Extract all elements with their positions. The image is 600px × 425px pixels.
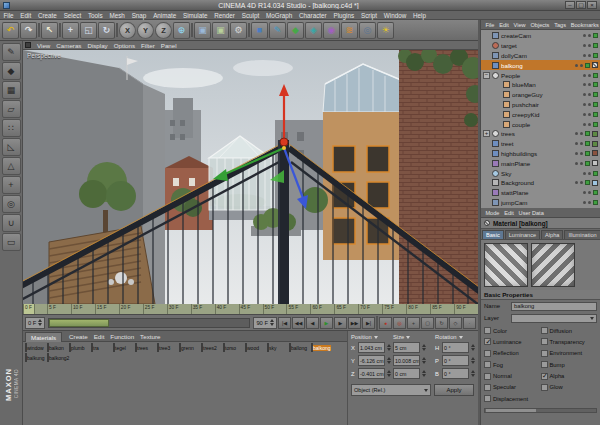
object-row[interactable]: People bbox=[481, 70, 600, 80]
object-row[interactable]: jumpCam bbox=[481, 198, 600, 208]
toolbar-separator[interactable] bbox=[59, 23, 61, 37]
menu-item[interactable]: MoGraph bbox=[263, 12, 296, 19]
coordinates-column-dropdown[interactable]: Size bbox=[393, 334, 435, 340]
material-item[interactable]: wood bbox=[245, 344, 266, 352]
channel-checkbox[interactable]: Environment bbox=[541, 349, 598, 358]
next-frame-button[interactable]: ▶ bbox=[334, 317, 347, 329]
enable-toggle[interactable] bbox=[585, 141, 590, 146]
value-spinner[interactable] bbox=[387, 370, 391, 377]
record-pla-button[interactable]: ∙ bbox=[463, 317, 476, 329]
position-field[interactable]: 1.043 cm bbox=[358, 342, 385, 353]
checkbox-icon[interactable] bbox=[484, 384, 491, 391]
menu-item[interactable]: Tools bbox=[85, 12, 106, 19]
editor-visibility-dot[interactable] bbox=[583, 113, 586, 116]
checkbox-icon[interactable] bbox=[541, 327, 548, 334]
channel-checkbox[interactable]: Fog bbox=[484, 360, 541, 369]
editor-visibility-dot[interactable] bbox=[583, 44, 586, 47]
record-scale-button[interactable]: ▢ bbox=[421, 317, 434, 329]
object-row[interactable]: couple bbox=[481, 119, 600, 129]
object-manager-menu-item[interactable]: File bbox=[483, 22, 497, 28]
channel-checkbox[interactable]: Glow bbox=[541, 383, 598, 392]
current-frame-field[interactable]: 0 F bbox=[25, 317, 45, 329]
viewport-menu-item[interactable]: Panel bbox=[158, 42, 180, 49]
editor-visibility-dot[interactable] bbox=[583, 54, 586, 57]
attribute-manager-menu-item[interactable]: Edit bbox=[502, 210, 516, 216]
texture-tag[interactable] bbox=[592, 62, 598, 68]
goto-start-button[interactable]: |◀ bbox=[278, 317, 291, 329]
checkbox-icon[interactable] bbox=[541, 384, 548, 391]
editor-visibility-dot[interactable] bbox=[583, 83, 586, 86]
value-spinner[interactable] bbox=[471, 370, 475, 377]
menu-item[interactable]: Edit bbox=[17, 12, 35, 19]
make-editable-button[interactable]: ✎ bbox=[2, 43, 21, 61]
menu-item[interactable]: Script bbox=[358, 12, 381, 19]
enable-toggle[interactable] bbox=[593, 200, 598, 205]
attribute-manager-menu-item[interactable]: Mode bbox=[483, 210, 502, 216]
enable-axis-button[interactable]: + bbox=[2, 176, 21, 194]
object-row[interactable]: orangeGuy bbox=[481, 90, 600, 100]
attribute-tab[interactable]: Illumination bbox=[564, 230, 600, 239]
maximize-button[interactable]: ▢ bbox=[576, 1, 586, 9]
texture-tag[interactable] bbox=[592, 141, 598, 147]
live-selection-button[interactable]: ↖ bbox=[41, 22, 58, 39]
layer-dropdown[interactable] bbox=[511, 314, 597, 323]
frame-spinner[interactable] bbox=[38, 319, 42, 326]
menu-item[interactable]: Sculpt bbox=[238, 12, 262, 19]
menu-item[interactable]: Animate bbox=[150, 12, 180, 19]
object-row[interactable]: dollyCam bbox=[481, 51, 600, 61]
value-spinner[interactable] bbox=[471, 344, 475, 351]
checkbox-icon[interactable] bbox=[484, 361, 491, 368]
checkbox-icon[interactable] bbox=[484, 338, 491, 345]
redo-button[interactable]: ↷ bbox=[20, 22, 37, 39]
menu-item[interactable]: Window bbox=[380, 12, 409, 19]
channel-checkbox[interactable]: Reflection bbox=[484, 349, 541, 358]
play-button[interactable]: ▶ bbox=[320, 317, 333, 329]
render-visibility-dot[interactable] bbox=[580, 64, 583, 67]
texture-mode-button[interactable]: ▦ bbox=[2, 81, 21, 99]
workplane-mode-button[interactable]: ▱ bbox=[2, 100, 21, 118]
object-manager-menu-item[interactable]: Bookmarks bbox=[568, 22, 600, 28]
enable-toggle[interactable] bbox=[593, 92, 598, 97]
object-row[interactable]: pushchair bbox=[481, 100, 600, 110]
minimize-button[interactable]: – bbox=[565, 1, 575, 9]
apply-button[interactable]: Apply bbox=[434, 384, 474, 396]
add-mograph-button[interactable]: ◈ bbox=[305, 22, 322, 39]
value-spinner[interactable] bbox=[422, 344, 426, 351]
autokey-button[interactable]: ◎ bbox=[393, 317, 406, 329]
scrollbar-thumb[interactable] bbox=[486, 409, 536, 412]
editor-visibility-dot[interactable] bbox=[575, 162, 578, 165]
render-visibility-dot[interactable] bbox=[580, 142, 583, 145]
value-spinner[interactable] bbox=[422, 357, 426, 364]
axis-x-button[interactable]: X bbox=[119, 22, 136, 39]
checkbox-icon[interactable] bbox=[541, 350, 548, 357]
material-name-field[interactable]: balkong bbox=[511, 302, 597, 311]
materials-menu-item[interactable]: Create bbox=[66, 333, 91, 340]
object-row[interactable]: balkong bbox=[481, 60, 600, 70]
undo-button[interactable]: ↶ bbox=[2, 22, 19, 39]
add-cube-button[interactable]: ■ bbox=[251, 22, 268, 39]
value-spinner[interactable] bbox=[387, 357, 391, 364]
viewport-solo-button[interactable]: ◎ bbox=[2, 195, 21, 213]
render-visibility-dot[interactable] bbox=[588, 113, 591, 116]
render-visibility-dot[interactable] bbox=[588, 172, 591, 175]
enable-toggle[interactable] bbox=[585, 151, 590, 156]
object-row[interactable]: trees bbox=[481, 129, 600, 139]
menu-item[interactable]: Help bbox=[410, 12, 430, 19]
channel-checkbox[interactable]: Bump bbox=[541, 360, 598, 369]
material-item[interactable]: tree3 bbox=[157, 344, 178, 352]
enable-toggle[interactable] bbox=[585, 131, 590, 136]
next-key-button[interactable]: ▶▶ bbox=[348, 317, 361, 329]
material-item[interactable]: tra bbox=[91, 344, 112, 352]
editor-visibility-dot[interactable] bbox=[583, 74, 586, 77]
polygons-mode-button[interactable]: △ bbox=[2, 157, 21, 175]
editor-visibility-dot[interactable] bbox=[575, 142, 578, 145]
render-visibility-dot[interactable] bbox=[580, 152, 583, 155]
render-visibility-dot[interactable] bbox=[588, 34, 591, 37]
channel-checkbox[interactable]: Transparency bbox=[541, 337, 598, 346]
timeline-range-slider[interactable] bbox=[48, 318, 250, 328]
edges-mode-button[interactable]: ◺ bbox=[2, 138, 21, 156]
viewport-menu-item[interactable]: Options bbox=[111, 42, 138, 49]
menu-item[interactable]: Simulate bbox=[180, 12, 211, 19]
model-mode-button[interactable]: ◆ bbox=[2, 62, 21, 80]
size-field[interactable]: 5 cm bbox=[393, 342, 420, 353]
